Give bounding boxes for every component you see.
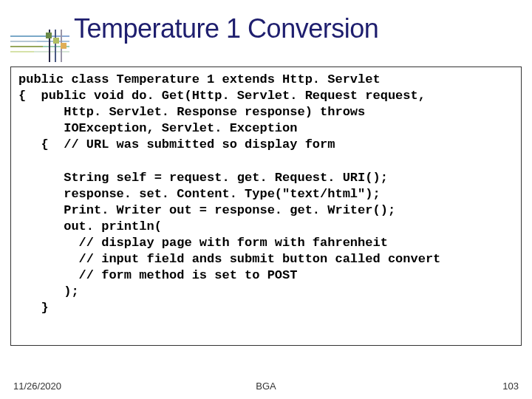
- code-line: { public void do. Get(Http. Servlet. Req…: [18, 89, 426, 103]
- code-box: public class Temperature 1 extends Http.…: [10, 66, 522, 346]
- code-line: out. println(: [18, 219, 162, 233]
- code-line: String self = request. get. Request. URI…: [18, 171, 388, 185]
- code-line: response. set. Content. Type("text/html"…: [18, 187, 381, 201]
- code-line: // display page with form with fahrenhei…: [18, 236, 388, 250]
- code-line: IOException, Servlet. Exception: [18, 121, 297, 135]
- footer-page-number: 103: [502, 381, 519, 392]
- deco-square: [46, 33, 52, 38]
- deco-line: [55, 30, 56, 62]
- code-line: public class Temperature 1 extends Http.…: [18, 72, 381, 86]
- code-line: { // URL was submitted so display form: [18, 137, 335, 151]
- footer: 11/26/2020 BGA 103: [0, 377, 532, 392]
- code-line: );: [18, 284, 79, 299]
- code-line: Http. Servlet. Response response) throws: [18, 105, 365, 119]
- slide-title: Temperature 1 Conversion: [74, 13, 517, 44]
- title-decoration: [10, 35, 69, 62]
- deco-square: [53, 38, 59, 44]
- code-line: // input field ands submit button called…: [18, 252, 440, 266]
- code-line: }: [18, 301, 49, 315]
- slide: Temperature 1 Conversion public class Te…: [0, 0, 532, 399]
- deco-square: [61, 43, 66, 49]
- code-line: // form method is set to POST: [18, 268, 297, 282]
- code-line: Print. Writer out = response. get. Write…: [18, 203, 395, 217]
- code-content: public class Temperature 1 extends Http.…: [18, 72, 514, 316]
- footer-center: BGA: [0, 381, 532, 392]
